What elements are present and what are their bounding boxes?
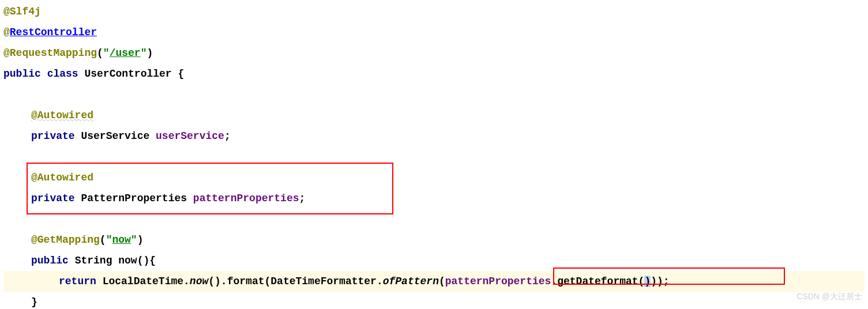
keyword-return: return [59, 276, 103, 287]
watermark: CSDN @大迁居士 [796, 286, 862, 307]
code-line-4[interactable]: public class UserController { [3, 63, 865, 84]
tail: )); [651, 276, 669, 287]
class-name: UserController { [84, 68, 184, 80]
code-line-3[interactable]: @RequestMapping("/user") [3, 43, 865, 63]
code-line-14[interactable]: return LocalDateTime.now().format(DateTi… [3, 271, 865, 292]
paren-open-2: ( [100, 234, 106, 246]
keyword-private-2: private [31, 193, 81, 204]
code-line-13[interactable]: public String now(){ [3, 250, 865, 271]
class-localdatetime: LocalDateTime. [103, 276, 190, 287]
code-line-6[interactable]: @Autowired [3, 105, 865, 126]
code-line-15[interactable]: } [3, 292, 865, 309]
paren-close-2: ) [137, 234, 144, 246]
close-brace: } [31, 296, 37, 308]
keyword-public: public [3, 68, 47, 80]
path-user[interactable]: /user [110, 47, 141, 59]
code-line-5[interactable] [3, 84, 865, 105]
annotation-autowired-2: @Autowired [31, 172, 93, 183]
annotation-at: @ [3, 27, 10, 38]
annotation-getmapping: @GetMapping [31, 234, 100, 246]
code-line-10[interactable]: private PatternProperties patternPropert… [3, 188, 865, 209]
method-now-static: now [190, 276, 208, 287]
paren1: ( [439, 276, 445, 287]
mid1: ().format(DateTimeFormatter. [208, 276, 382, 287]
annotation-requestmapping: @RequestMapping [3, 47, 97, 59]
paren-close: ) [146, 47, 153, 59]
method-ofpattern: ofPattern [383, 276, 439, 287]
field-userservice: userService [156, 130, 224, 142]
method-now: now(){ [118, 255, 156, 266]
semi-2: ; [299, 193, 306, 204]
type-patternproperties: PatternProperties [81, 193, 193, 204]
type-userservice: UserService [81, 130, 156, 142]
mid2: .getDateformat( [551, 276, 644, 287]
quote: " [103, 47, 110, 59]
code-line-9[interactable]: @Autowired [3, 167, 865, 188]
paren-open: ( [97, 47, 103, 59]
code-line-11[interactable] [3, 209, 865, 229]
field-patternproperties-ref: patternProperties [445, 276, 551, 287]
keyword-class: class [47, 68, 85, 80]
field-patternproperties: patternProperties [193, 193, 299, 204]
code-line-12[interactable]: @GetMapping("now") [3, 229, 865, 250]
semi: ; [224, 130, 231, 142]
code-line-1[interactable]: @Slf4j [3, 1, 865, 22]
keyword-public-2: public [31, 255, 75, 266]
code-line-2[interactable]: @RestController [3, 22, 865, 43]
quote-4: " [131, 234, 137, 246]
type-string: String [75, 255, 119, 266]
quote2: " [141, 47, 147, 59]
annotation-slf4j: @Slf4j [3, 6, 41, 17]
annotation-restcontroller[interactable]: RestController [10, 27, 97, 38]
annotation-autowired-1: @Autowired [31, 110, 93, 121]
code-line-7[interactable]: private UserService userService; [3, 126, 865, 146]
path-now[interactable]: now [112, 234, 130, 246]
keyword-private: private [31, 130, 81, 142]
cursor-paren: ) [644, 276, 651, 287]
code-line-8[interactable] [3, 146, 865, 167]
quote-3: " [106, 234, 112, 246]
